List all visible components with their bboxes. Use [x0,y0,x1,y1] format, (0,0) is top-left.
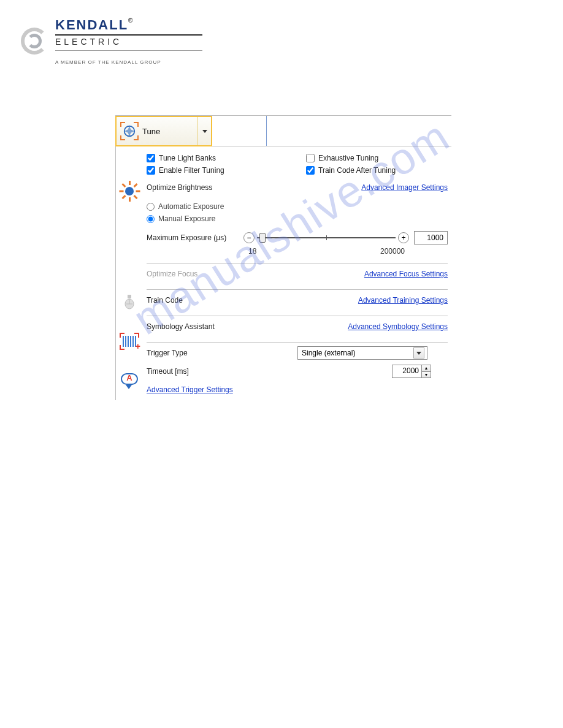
trigger-type-select[interactable]: Single (external) [297,346,427,360]
advanced-training-settings-link[interactable]: Advanced Training Settings [358,296,448,305]
brightness-icon [121,183,137,199]
chevron-down-icon [202,130,207,133]
logo-name: KENDALL [55,17,128,32]
enable-filter-tuning-checkbox[interactable]: Enable Filter Tuning [147,166,269,175]
symbology-assistant-icon: A [121,373,138,388]
tune-light-banks-checkbox[interactable]: Tune Light Banks [147,154,269,162]
tune-panel: Tune [115,115,451,400]
exposure-increment-button[interactable]: + [398,232,409,243]
advanced-imager-settings-link[interactable]: Advanced Imager Settings [361,183,448,192]
advanced-symbology-settings-link[interactable]: Advanced Symbology Settings [348,322,448,331]
timeout-down-button[interactable]: ▼ [421,372,431,378]
trigger-type-value: Single (external) [302,349,355,357]
timeout-spinner[interactable]: 2000 ▲ ▼ [392,365,431,378]
toolbar-separator [266,116,267,146]
timeout-up-button[interactable]: ▲ [421,365,431,372]
train-code-icon: + [121,334,138,349]
tune-dropdown-button[interactable] [197,117,211,145]
toolbar: Tune [115,116,451,146]
logo-area: KENDALL® ELECTRIC A MEMBER OF THE KENDAL… [20,17,202,65]
manual-exposure-radio[interactable]: Manual Exposure [147,213,448,225]
advanced-trigger-settings-link[interactable]: Advanced Trigger Settings [147,385,233,394]
exposure-slider[interactable] [257,237,396,238]
svg-rect-2 [128,295,131,298]
max-exposure-label: Maximum Exposure (µs) [147,233,239,242]
select-chevron-down-icon [413,347,424,358]
logo-divider [55,50,202,51]
symbology-assistant-title: Symbology Assistant [147,322,215,331]
tune-button[interactable]: Tune [115,116,212,146]
exposure-value-input[interactable] [414,231,448,245]
content: Tune Light Banks Exhaustive Tuning Enabl… [143,146,451,400]
logo-member: A MEMBER OF THE KENDALL GROUP [55,59,202,65]
side-icons: + A [116,146,143,400]
timeout-value: 2000 [393,365,421,377]
automatic-exposure-radio[interactable]: Automatic Exposure [147,200,448,213]
exposure-min-label: 18 [248,247,256,256]
trigger-type-label: Trigger Type [147,349,291,357]
tune-label: Tune [142,127,160,136]
exposure-decrement-button[interactable]: − [243,232,255,243]
aperture-icon [121,123,137,139]
advanced-focus-settings-link[interactable]: Advanced Focus Settings [364,270,448,278]
logo-sub: ELECTRIC [55,34,202,47]
panel-body: + A Tune Light Banks Exhaustive Tuning E… [115,146,451,400]
timeout-label: Timeout [ms] [147,367,291,376]
logo-swirl-icon [20,26,49,56]
train-code-after-tuning-checkbox[interactable]: Train Code After Tuning [306,166,396,175]
logo-reg: ® [128,17,132,24]
focus-icon [123,294,136,309]
exhaustive-tuning-checkbox[interactable]: Exhaustive Tuning [306,154,378,162]
slider-thumb[interactable] [259,233,266,243]
optimize-focus-title: Optimize Focus [147,270,197,278]
logo-text: KENDALL® ELECTRIC A MEMBER OF THE KENDAL… [55,17,202,65]
optimize-brightness-title: Optimize Brightness [147,183,212,192]
exposure-max-label: 200000 [380,247,405,256]
train-code-title: Train Code [147,296,183,305]
